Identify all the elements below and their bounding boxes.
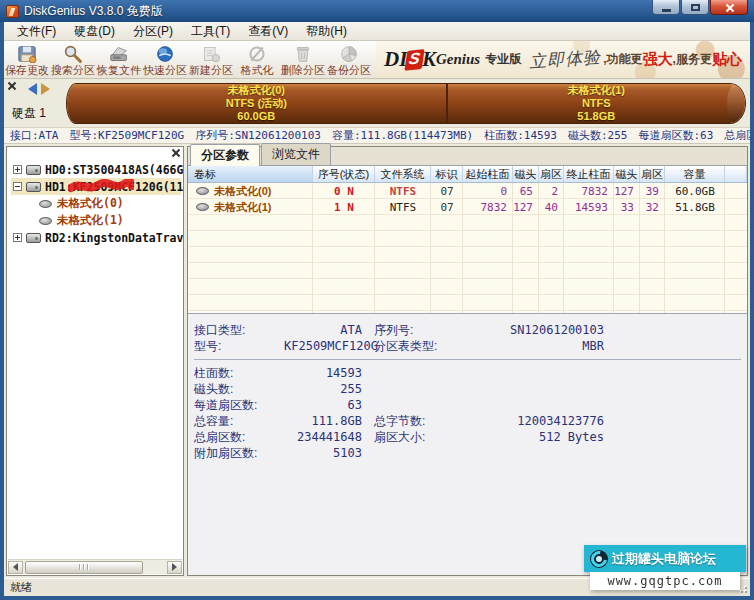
menu-file[interactable]: 文件(F): [8, 22, 65, 41]
menu-view[interactable]: 查看(V): [239, 22, 297, 41]
column-header[interactable]: 文件系统: [375, 166, 431, 182]
save-changes-button[interactable]: 保存更改: [4, 41, 50, 78]
detail-label: 序列号:: [374, 322, 484, 339]
next-disk-icon[interactable]: [41, 83, 50, 95]
recover-files-icon: [108, 44, 130, 64]
detail-label: 型号:: [194, 338, 284, 355]
hard-drive-icon: [26, 182, 41, 192]
menu-tools[interactable]: 工具(T): [182, 22, 239, 41]
info-sectors-per-track: 每道扇区数:63: [638, 128, 713, 143]
cell-start-head: 127: [513, 201, 539, 214]
toolbar-label: 搜索分区: [51, 64, 95, 77]
scroll-left-button[interactable]: [8, 561, 23, 574]
cell-status: 0 N: [313, 185, 375, 198]
search-partition-button[interactable]: 搜索分区: [50, 41, 96, 78]
detail-row: 总扇区数: 234441648 扇区大小: 512 Bytes: [194, 429, 747, 445]
detail-row: 附加扇区数: 5103: [194, 445, 747, 461]
app-icon: [6, 5, 19, 18]
quick-partition-button[interactable]: 快速分区: [142, 41, 188, 78]
tree-horizontal-scrollbar[interactable]: [8, 559, 182, 574]
column-header[interactable]: 容量: [665, 166, 725, 182]
main-area: HD0:ST3500418AS(466GB) HD1:KF2509MCF120G…: [4, 144, 750, 578]
column-header[interactable]: 磁头: [614, 166, 640, 182]
cell-end-sector: 39: [640, 185, 665, 198]
partition-segment-1[interactable]: 未格式化(1) NTFS 51.8GB: [448, 84, 745, 123]
format-icon: [247, 44, 267, 64]
ad-brand-genius: Genius: [436, 51, 480, 68]
backup-partition-button[interactable]: 备份分区: [326, 41, 372, 78]
recover-files-button[interactable]: 恢复文件: [96, 41, 142, 78]
detail-row: 型号: KF2509MCF120G 分区表类型: MBR: [194, 338, 747, 354]
save-icon: [17, 44, 37, 64]
ad-brand-k: K: [422, 47, 436, 72]
detail-label: 总字节数:: [374, 413, 484, 430]
minimize-icon: [662, 9, 671, 12]
cell-end-head: 33: [614, 201, 640, 214]
collapse-icon[interactable]: [13, 182, 22, 191]
menu-disk[interactable]: 硬盘(D): [65, 22, 124, 41]
tree-panel-close-icon[interactable]: [172, 149, 180, 157]
detail-value: KF2509MCF120G: [284, 339, 362, 353]
column-header[interactable]: 扇区: [539, 166, 564, 182]
toolbar-label: 恢复文件: [97, 64, 141, 77]
new-partition-button[interactable]: 新建分区: [188, 41, 234, 78]
search-icon: [63, 44, 83, 64]
column-header[interactable]: 扇区: [640, 166, 665, 182]
detail-value: 111.8GB: [284, 414, 362, 428]
menu-bar: 文件(F) 硬盘(D) 分区(P) 工具(T) 查看(V) 帮助(H): [4, 22, 750, 41]
disk-graphic-panel: 硬盘 1 未格式化(0) NTFS (活动) 60.0GB 未格式化(1) NT…: [4, 79, 750, 128]
partition-row-0[interactable]: 未格式化(0) 0 N NTFS 07 0 65 2 7832 127 39 6…: [188, 183, 747, 199]
tab-strip: 分区参数 浏览文件: [188, 147, 747, 166]
ad-slogan-script: 立即体验: [529, 46, 602, 74]
partition-segment-0[interactable]: 未格式化(0) NTFS (活动) 60.0GB: [67, 84, 448, 123]
menu-help[interactable]: 帮助(H): [297, 22, 356, 41]
cell-start-cylinder: 0: [463, 185, 513, 198]
cell-start-head: 65: [513, 185, 539, 198]
expand-icon[interactable]: [13, 165, 22, 174]
partition-detail-panel: 分区参数 浏览文件 卷标 序号(状态) 文件系统 标识 起始柱面 磁头 扇区 终…: [187, 146, 748, 576]
partition-name: 未格式化(0): [228, 84, 285, 97]
maximize-button[interactable]: [681, 0, 709, 15]
scrollbar-thumb[interactable]: [25, 561, 143, 574]
detail-row: 磁头数: 255: [194, 381, 747, 397]
disk-tree-panel: HD0:ST3500418AS(466GB) HD1:KF2509MCF120G…: [6, 146, 184, 576]
minimize-button[interactable]: [652, 0, 680, 15]
tree-item-partition-0[interactable]: 未格式化(0): [11, 195, 181, 212]
partition-icon: [39, 200, 52, 208]
partition-row-1[interactable]: 未格式化(1) 1 N NTFS 07 7832 127 40 14593 33…: [188, 199, 747, 215]
column-header[interactable]: 磁头: [513, 166, 539, 182]
cell-end-cylinder: 7832: [564, 185, 614, 198]
scroll-right-button[interactable]: [167, 561, 182, 574]
ad-edition: 专业版: [485, 51, 521, 68]
tab-partition-parameters[interactable]: 分区参数: [190, 144, 260, 166]
cell-end-cylinder: 14593: [564, 201, 614, 214]
cell-id: 07: [431, 201, 463, 214]
tree-item-hd0[interactable]: HD0:ST3500418AS(466GB): [11, 161, 181, 178]
disk-panel-close-icon[interactable]: [8, 82, 16, 90]
column-header[interactable]: 卷标: [188, 166, 313, 182]
ad-slogan-text: ,服务更: [673, 51, 712, 68]
tab-browse-files[interactable]: 浏览文件: [261, 143, 331, 165]
prev-disk-icon[interactable]: [28, 83, 37, 95]
detail-value: 512 Bytes: [484, 430, 604, 444]
cell-capacity: 51.8GB: [665, 201, 725, 214]
info-total-sectors: 总扇区数:234441648: [724, 128, 750, 143]
menu-partition[interactable]: 分区(P): [124, 22, 182, 41]
column-header[interactable]: 标识: [431, 166, 463, 182]
detail-value: ATA: [284, 323, 362, 337]
close-button[interactable]: [710, 0, 748, 15]
partition-size: 51.8GB: [577, 110, 615, 123]
tree-item-partition-1[interactable]: 未格式化(1): [11, 212, 181, 229]
ad-banner[interactable]: DISKGenius 专业版 立即体验 ,功能更强大,服务更贴心: [376, 41, 750, 78]
format-button[interactable]: 格式化: [234, 41, 280, 78]
column-header[interactable]: 起始柱面: [463, 166, 513, 182]
tree-item-hd1[interactable]: HD1:KF2509MCF120G(112GB): [11, 178, 181, 195]
detail-value: 5103: [284, 446, 362, 460]
column-header[interactable]: 终止柱面: [564, 166, 614, 182]
delete-partition-button[interactable]: 删除分区: [280, 41, 326, 78]
tree-item-rd2[interactable]: RD2:KingstonDataTraveler2: [11, 229, 181, 246]
column-header[interactable]: 序号(状态): [313, 166, 375, 182]
expand-icon[interactable]: [13, 233, 22, 242]
tree-item-label: HD0:ST3500418AS(466GB): [45, 163, 184, 177]
toolbar: 保存更改 搜索分区 恢复文件 快速分区 新建分区: [4, 41, 750, 79]
